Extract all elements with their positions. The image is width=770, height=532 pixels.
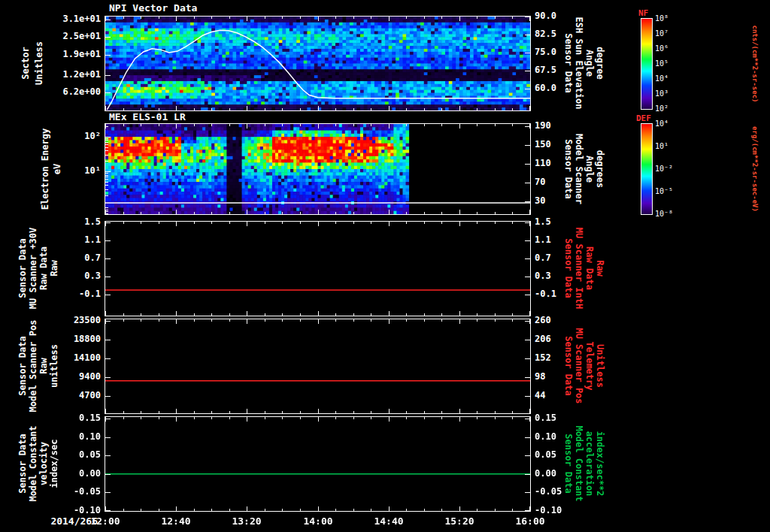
- p5-right-axis-line4: index/sec**2: [595, 431, 605, 497]
- tick-label: 30: [535, 195, 589, 206]
- tick-label: 1.1: [535, 234, 589, 245]
- p1-right-axis-line4: degree: [595, 47, 605, 79]
- p4-right-axis-line4: Unitless: [595, 344, 605, 388]
- tick-label: 82.5: [535, 29, 589, 39]
- tick-label: -0.05: [535, 486, 589, 497]
- tick-label: 14100: [47, 352, 101, 363]
- p4-right-axis-line3: Telemetry: [584, 341, 595, 390]
- tick-label: 110: [535, 158, 589, 168]
- colorbar-tick-label: 10²: [655, 104, 668, 113]
- tick-label: 3.1e+01: [47, 14, 101, 24]
- tick-label: -0.10: [535, 505, 589, 515]
- mu-scanner-30v-plot: [105, 222, 530, 316]
- tick-label: 4700: [47, 390, 101, 401]
- x-axis-tick-label: 12:00: [79, 515, 132, 527]
- p3-left-axis-line2: MU Scanner +30V: [28, 228, 38, 309]
- tick-label: 90.0: [535, 11, 589, 21]
- colorbar-tick-label: 10⁵: [655, 59, 668, 68]
- p5-left-axis-line2: Model Constant: [28, 425, 38, 501]
- tick-label: 152: [535, 352, 589, 363]
- tick-label: 206: [535, 334, 589, 344]
- model-constant-plot: [105, 417, 530, 511]
- tick-label: 23500: [47, 315, 101, 325]
- x-axis-tick-label: 12:40: [150, 515, 202, 527]
- def-colorbar: [641, 124, 652, 214]
- p5-left-axis-line4: index/sec: [49, 439, 59, 488]
- scanner-pos-plot: [105, 319, 530, 413]
- colorbar-tick-label: 10⁻²: [655, 165, 673, 173]
- tick-label: 0.3: [47, 271, 101, 281]
- colorbar-tick-label: 10⁴: [655, 74, 668, 83]
- p1-left-axis-units: Unitless: [34, 41, 44, 85]
- panel-npi-title: NPI Vector Data: [109, 2, 197, 14]
- tick-label: 2.5e+01: [47, 31, 101, 41]
- tick-label: 60.0: [535, 83, 589, 93]
- p4-left-axis-line1: Sensor Data: [17, 336, 28, 395]
- p3-left-axis-line1: Sensor Data: [17, 238, 28, 298]
- p3-right-axis-line4: Raw: [595, 260, 605, 277]
- p2-right-axis-line4: degrees: [595, 150, 605, 189]
- tick-label: -0.05: [47, 486, 101, 497]
- tick-label: 1.9e+01: [47, 49, 101, 59]
- nf-colorbar-title: NF: [638, 8, 648, 18]
- tick-label: 0.05: [535, 449, 589, 460]
- tick-label: 0.00: [47, 468, 101, 479]
- tick-label: 0.7: [47, 252, 101, 263]
- colorbar-tick-label: 10⁷: [655, 29, 668, 38]
- tick-label: -0.1: [535, 289, 589, 299]
- tick-label: 0.05: [47, 449, 101, 460]
- colorbar-tick-label: 10⁴: [655, 119, 668, 128]
- tick-label: 1.2e+01: [47, 69, 101, 80]
- tick-label: 0.3: [535, 271, 589, 281]
- tick-label: 1.5: [47, 216, 101, 227]
- tick-label: 0.7: [535, 252, 589, 263]
- colorbar-tick-label: 10³: [655, 89, 668, 98]
- p4-right-axis-line1: Sensor Data: [563, 336, 574, 395]
- def-colorbar-title: DEF: [636, 113, 651, 123]
- colorbar-tick-label: 10⁻⁸: [655, 210, 673, 218]
- tick-label: -0.10: [47, 505, 101, 515]
- def-colorbar-units: erg/(cm**2-sr-sec-eV): [751, 126, 759, 212]
- x-axis-tick-label: 13:20: [220, 515, 273, 527]
- x-axis-tick-label: 14:00: [292, 515, 344, 527]
- tick-label: 0.15: [535, 413, 589, 423]
- p1-left-axis-title: Sector: [20, 47, 31, 79]
- nf-colorbar: [641, 19, 652, 109]
- plot-page: NPI Vector Data MEx ELS-01 LR Sector Uni…: [0, 0, 770, 532]
- colorbar-tick-label: 10¹: [655, 142, 668, 150]
- tick-label: 0.15: [47, 413, 101, 423]
- tick-label: 260: [535, 315, 589, 325]
- tick-label: 10¹: [47, 165, 101, 176]
- x-axis-tick-label: 16:00: [504, 515, 556, 527]
- tick-label: 10²: [47, 131, 101, 141]
- tick-label: 67.5: [535, 65, 589, 75]
- x-axis-tick-label: 14:40: [362, 515, 415, 527]
- colorbar-tick-label: 10⁻⁵: [655, 187, 673, 195]
- tick-label: -0.1: [47, 289, 101, 299]
- p5-right-axis-line1: Sensor Data: [563, 434, 574, 493]
- panel-els-title: MEx ELS-01 LR: [109, 111, 186, 122]
- tick-label: 18800: [47, 334, 101, 344]
- tick-label: 44: [535, 390, 589, 401]
- tick-label: 6.2e+00: [47, 86, 101, 97]
- tick-label: 98: [535, 371, 589, 382]
- p4-left-axis-line2: Model Scanner Pos: [28, 320, 38, 413]
- tick-label: 150: [535, 139, 589, 150]
- tick-label: 0.10: [535, 431, 589, 442]
- tick-label: 1.1: [47, 234, 101, 245]
- tick-label: 0.10: [47, 431, 101, 442]
- tick-label: 190: [535, 120, 589, 131]
- colorbar-tick-label: 10⁸: [655, 14, 668, 23]
- p5-left-axis-line1: Sensor Data: [17, 434, 28, 493]
- tick-label: 70: [535, 177, 589, 187]
- p5-left-axis-line3: velocity: [38, 442, 49, 485]
- tick-label: 75.0: [535, 47, 589, 57]
- els-spectrogram: [105, 124, 530, 214]
- colorbar-tick-label: 10⁶: [655, 44, 668, 53]
- x-axis-tick-label: 15:20: [433, 515, 486, 527]
- tick-label: 0.00: [535, 468, 589, 479]
- npi-spectrogram: [105, 17, 530, 110]
- nf-colorbar-units: cnts/(cm**2-sr-sec): [751, 26, 759, 103]
- tick-label: 1.5: [535, 216, 589, 227]
- tick-label: 9400: [47, 371, 101, 382]
